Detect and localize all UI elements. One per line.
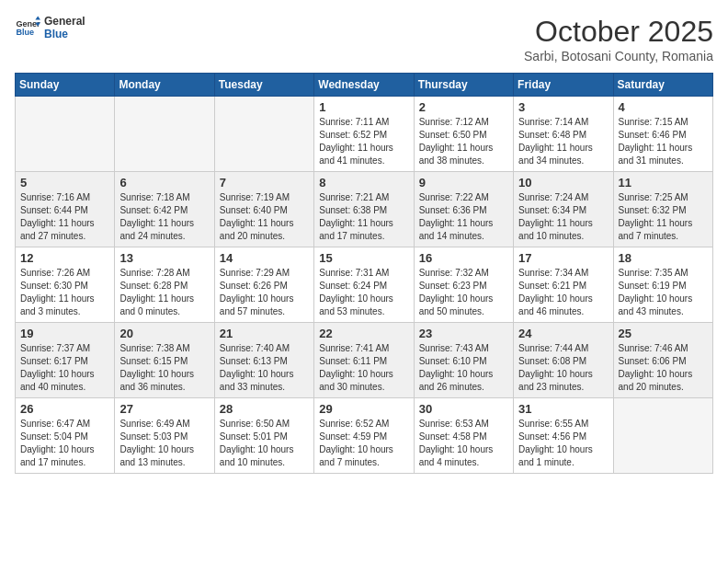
month-title: October 2025 (524, 15, 713, 49)
day-info: Sunrise: 6:53 AM Sunset: 4:58 PM Dayligh… (419, 418, 508, 469)
day-info: Sunrise: 7:24 AM Sunset: 6:34 PM Dayligh… (518, 191, 608, 243)
day-info: Sunrise: 7:29 AM Sunset: 6:26 PM Dayligh… (220, 267, 309, 318)
calendar-cell: 31Sunrise: 6:55 AM Sunset: 4:56 PM Dayli… (514, 398, 613, 474)
calendar-cell: 4Sunrise: 7:15 AM Sunset: 6:46 PM Daylig… (613, 97, 712, 172)
day-number: 28 (220, 402, 309, 416)
day-number: 11 (619, 176, 708, 190)
day-number: 4 (619, 100, 708, 114)
calendar-cell: 23Sunrise: 7:43 AM Sunset: 6:10 PM Dayli… (414, 323, 513, 398)
calendar-cell: 28Sunrise: 6:50 AM Sunset: 5:01 PM Dayli… (214, 398, 313, 474)
day-info: Sunrise: 7:38 AM Sunset: 6:15 PM Dayligh… (119, 342, 209, 394)
day-info: Sunrise: 7:25 AM Sunset: 6:32 PM Dayligh… (619, 191, 708, 243)
day-number: 3 (518, 100, 608, 114)
day-number: 17 (518, 251, 608, 265)
day-info: Sunrise: 7:19 AM Sunset: 6:40 PM Dayligh… (220, 191, 309, 243)
day-number: 23 (419, 327, 508, 340)
day-info: Sunrise: 7:40 AM Sunset: 6:13 PM Dayligh… (220, 342, 309, 394)
logo-icon: General Blue (15, 15, 40, 40)
logo-blue-text: Blue (44, 28, 85, 40)
day-number: 7 (220, 176, 309, 190)
calendar-cell: 3Sunrise: 7:14 AM Sunset: 6:48 PM Daylig… (514, 97, 613, 172)
calendar-cell: 20Sunrise: 7:38 AM Sunset: 6:15 PM Dayli… (115, 323, 214, 398)
calendar-cell: 11Sunrise: 7:25 AM Sunset: 6:32 PM Dayli… (613, 172, 712, 247)
day-info: Sunrise: 7:11 AM Sunset: 6:52 PM Dayligh… (319, 116, 408, 167)
calendar-cell: 6Sunrise: 7:18 AM Sunset: 6:42 PM Daylig… (115, 172, 214, 247)
day-info: Sunrise: 7:16 AM Sunset: 6:44 PM Dayligh… (20, 191, 109, 243)
day-info: Sunrise: 7:12 AM Sunset: 6:50 PM Dayligh… (419, 116, 508, 167)
calendar-cell: 10Sunrise: 7:24 AM Sunset: 6:34 PM Dayli… (514, 172, 613, 247)
logo: General Blue General Blue (15, 15, 85, 41)
day-info: Sunrise: 7:44 AM Sunset: 6:08 PM Dayligh… (518, 342, 608, 394)
day-info: Sunrise: 7:18 AM Sunset: 6:42 PM Dayligh… (119, 191, 209, 243)
day-number: 2 (419, 100, 508, 114)
calendar-cell: 26Sunrise: 6:47 AM Sunset: 5:04 PM Dayli… (16, 398, 115, 474)
day-number: 8 (319, 176, 408, 190)
day-number: 18 (619, 251, 708, 265)
calendar-header-row: SundayMondayTuesdayWednesdayThursdayFrid… (16, 74, 713, 97)
svg-marker-2 (35, 17, 40, 20)
day-info: Sunrise: 7:37 AM Sunset: 6:17 PM Dayligh… (20, 342, 109, 394)
day-number: 6 (119, 176, 209, 190)
day-number: 31 (518, 402, 608, 416)
calendar-header-tuesday: Tuesday (214, 74, 313, 97)
calendar-week-row: 19Sunrise: 7:37 AM Sunset: 6:17 PM Dayli… (16, 323, 713, 398)
calendar-header-wednesday: Wednesday (314, 74, 414, 97)
day-number: 12 (20, 251, 109, 265)
calendar-cell: 17Sunrise: 7:34 AM Sunset: 6:21 PM Dayli… (514, 247, 613, 323)
calendar-header-sunday: Sunday (16, 74, 115, 97)
day-info: Sunrise: 6:55 AM Sunset: 4:56 PM Dayligh… (518, 418, 608, 469)
location-title: Sarbi, Botosani County, Romania (524, 49, 713, 63)
day-number: 25 (619, 327, 708, 340)
calendar-cell: 19Sunrise: 7:37 AM Sunset: 6:17 PM Dayli… (16, 323, 115, 398)
calendar-cell: 7Sunrise: 7:19 AM Sunset: 6:40 PM Daylig… (214, 172, 313, 247)
calendar-cell (214, 97, 313, 172)
day-number: 16 (419, 251, 508, 265)
day-number: 29 (319, 402, 408, 416)
calendar-cell: 13Sunrise: 7:28 AM Sunset: 6:28 PM Dayli… (115, 247, 214, 323)
logo-general-text: General (44, 15, 85, 28)
calendar-cell: 16Sunrise: 7:32 AM Sunset: 6:23 PM Dayli… (414, 247, 513, 323)
day-number: 15 (319, 251, 408, 265)
day-number: 26 (20, 402, 109, 416)
calendar-cell: 9Sunrise: 7:22 AM Sunset: 6:36 PM Daylig… (414, 172, 513, 247)
day-info: Sunrise: 7:15 AM Sunset: 6:46 PM Dayligh… (619, 116, 708, 167)
calendar-cell: 30Sunrise: 6:53 AM Sunset: 4:58 PM Dayli… (414, 398, 513, 474)
calendar-header-saturday: Saturday (613, 74, 712, 97)
day-number: 21 (220, 327, 309, 340)
page-header: General Blue General Blue October 2025 S… (15, 15, 713, 63)
calendar-week-row: 26Sunrise: 6:47 AM Sunset: 5:04 PM Dayli… (16, 398, 713, 474)
day-number: 9 (419, 176, 508, 190)
calendar-cell (16, 97, 115, 172)
day-number: 13 (119, 251, 209, 265)
day-info: Sunrise: 6:52 AM Sunset: 4:59 PM Dayligh… (319, 418, 408, 469)
calendar-cell (115, 97, 214, 172)
calendar-cell: 21Sunrise: 7:40 AM Sunset: 6:13 PM Dayli… (214, 323, 313, 398)
day-number: 5 (20, 176, 109, 190)
calendar-cell: 8Sunrise: 7:21 AM Sunset: 6:38 PM Daylig… (314, 172, 414, 247)
day-info: Sunrise: 6:50 AM Sunset: 5:01 PM Dayligh… (220, 418, 309, 469)
calendar-week-row: 1Sunrise: 7:11 AM Sunset: 6:52 PM Daylig… (16, 97, 713, 172)
calendar-table: SundayMondayTuesdayWednesdayThursdayFrid… (15, 73, 713, 474)
calendar-cell: 5Sunrise: 7:16 AM Sunset: 6:44 PM Daylig… (16, 172, 115, 247)
day-number: 30 (419, 402, 508, 416)
calendar-cell: 2Sunrise: 7:12 AM Sunset: 6:50 PM Daylig… (414, 97, 513, 172)
day-number: 19 (20, 327, 109, 340)
calendar-cell: 15Sunrise: 7:31 AM Sunset: 6:24 PM Dayli… (314, 247, 414, 323)
calendar-cell (613, 398, 712, 474)
day-info: Sunrise: 6:49 AM Sunset: 5:03 PM Dayligh… (119, 418, 209, 469)
calendar-header-monday: Monday (115, 74, 214, 97)
calendar-cell: 27Sunrise: 6:49 AM Sunset: 5:03 PM Dayli… (115, 398, 214, 474)
day-number: 24 (518, 327, 608, 340)
day-info: Sunrise: 7:21 AM Sunset: 6:38 PM Dayligh… (319, 191, 408, 243)
day-number: 14 (220, 251, 309, 265)
day-info: Sunrise: 7:28 AM Sunset: 6:28 PM Dayligh… (119, 267, 209, 318)
calendar-cell: 18Sunrise: 7:35 AM Sunset: 6:19 PM Dayli… (613, 247, 712, 323)
day-number: 27 (119, 402, 209, 416)
calendar-cell: 22Sunrise: 7:41 AM Sunset: 6:11 PM Dayli… (314, 323, 414, 398)
calendar-cell: 14Sunrise: 7:29 AM Sunset: 6:26 PM Dayli… (214, 247, 313, 323)
day-info: Sunrise: 7:41 AM Sunset: 6:11 PM Dayligh… (319, 342, 408, 394)
calendar-cell: 12Sunrise: 7:26 AM Sunset: 6:30 PM Dayli… (16, 247, 115, 323)
day-info: Sunrise: 7:14 AM Sunset: 6:48 PM Dayligh… (518, 116, 608, 167)
calendar-week-row: 12Sunrise: 7:26 AM Sunset: 6:30 PM Dayli… (16, 247, 713, 323)
calendar-cell: 1Sunrise: 7:11 AM Sunset: 6:52 PM Daylig… (314, 97, 414, 172)
